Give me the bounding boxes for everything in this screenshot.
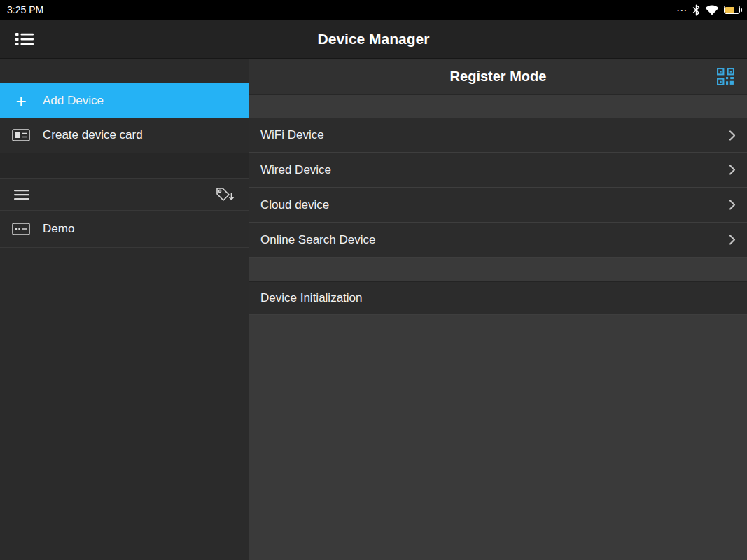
plus-icon: + [11, 92, 31, 110]
tag-sort-icon [215, 186, 235, 203]
device-list-icon [11, 223, 31, 235]
content-header: Register Mode [249, 59, 747, 95]
list-item-device-initialization[interactable]: Device Initialization [249, 281, 747, 315]
chevron-right-icon [729, 130, 736, 141]
chevron-right-icon [729, 234, 736, 246]
sidebar-item-label: Add Device [43, 94, 104, 108]
sidebar-item-create-device-card[interactable]: Create device card [0, 118, 249, 153]
clock: 3:25 PM [7, 4, 43, 15]
battery-level [725, 7, 734, 13]
device-item-label: Demo [43, 222, 74, 236]
initialization-list: Device Initialization [249, 281, 747, 315]
sidebar-top-strip [0, 59, 249, 83]
device-item-demo[interactable]: Demo [0, 211, 249, 248]
qr-scan-button[interactable] [714, 65, 737, 88]
wifi-icon [705, 5, 719, 15]
content-empty-area [249, 315, 747, 560]
list-item-label: Online Search Device [260, 233, 375, 247]
list-item-wired-device[interactable]: Wired Device [249, 153, 747, 188]
page-title: Device Manager [0, 31, 747, 48]
device-list-toolbar [0, 178, 249, 211]
list-item-wifi-device[interactable]: WiFi Device [249, 118, 747, 153]
bluetooth-icon [692, 4, 700, 16]
device-manager-screen: 3:25 PM ... [0, 0, 747, 560]
section-gap [249, 95, 747, 118]
list-menu-icon [14, 31, 35, 48]
notification-overflow-icon: ... [676, 4, 687, 15]
qr-scan-icon [716, 67, 735, 86]
content-panel: Register Mode [249, 59, 747, 560]
status-bar: 3:25 PM ... [0, 0, 747, 20]
title-bar: Device Manager [0, 20, 747, 59]
sidebar-item-add-device[interactable]: + Add Device [0, 83, 249, 118]
list-item-label: Device Initialization [260, 291, 363, 305]
list-item-label: WiFi Device [260, 128, 324, 142]
list-item-label: Wired Device [260, 163, 331, 177]
sidebar: + Add Device Create device card [0, 59, 249, 560]
battery-icon [724, 6, 740, 14]
menu-button[interactable] [11, 28, 38, 50]
chevron-right-icon [729, 199, 736, 211]
list-item-cloud-device[interactable]: Cloud device [249, 188, 747, 223]
register-mode-list: WiFi Device Wired Device Cloud device [249, 118, 747, 258]
status-icons: ... [676, 4, 740, 16]
content-title: Register Mode [249, 69, 747, 85]
list-item-online-search-device[interactable]: Online Search Device [249, 223, 747, 258]
main-layout: + Add Device Create device card [0, 59, 747, 560]
device-card-icon [11, 129, 31, 141]
device-list-menu-button[interactable] [11, 186, 32, 203]
section-gap [249, 258, 747, 281]
tag-sort-button[interactable] [212, 183, 237, 206]
sidebar-empty-area [0, 248, 249, 560]
list-item-label: Cloud device [260, 198, 329, 212]
sidebar-spacer [0, 153, 249, 178]
hamburger-icon [14, 189, 29, 200]
sidebar-item-label: Create device card [43, 128, 143, 142]
chevron-right-icon [729, 164, 736, 176]
